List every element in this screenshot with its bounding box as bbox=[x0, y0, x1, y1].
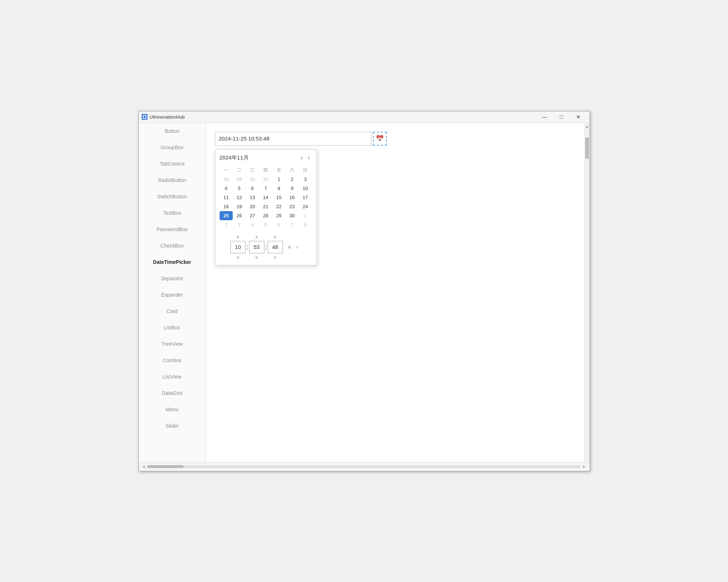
hour-up-button[interactable]: ∧ bbox=[234, 234, 242, 240]
calendar-svg-icon: 26 MAY bbox=[376, 134, 384, 142]
weekday-fri: 五 bbox=[272, 166, 286, 175]
close-button[interactable]: ✕ bbox=[570, 111, 587, 123]
sidebar-item-card[interactable]: Card bbox=[139, 303, 206, 320]
second-field[interactable] bbox=[268, 241, 283, 253]
sidebar-item-checkbox[interactable]: CheckBox bbox=[139, 238, 206, 254]
calendar-day[interactable]: 24 bbox=[299, 202, 312, 211]
datetime-text-field[interactable] bbox=[215, 132, 371, 146]
calendar-day[interactable]: 17 bbox=[299, 193, 312, 202]
calendar-day[interactable]: 4 bbox=[246, 220, 259, 229]
bottom-scrollbar[interactable] bbox=[147, 465, 581, 468]
sidebar-item-datetimepicker[interactable]: DateTimePicker bbox=[139, 254, 206, 270]
sidebar-item-passwordbox[interactable]: PasswordBox bbox=[139, 221, 206, 238]
second-down-button[interactable]: ∨ bbox=[271, 254, 279, 261]
sidebar-item-listview[interactable]: ListView bbox=[139, 369, 206, 385]
sidebar-item-listbox[interactable]: ListBox bbox=[139, 320, 206, 336]
calendar-day[interactable]: 29 bbox=[272, 211, 286, 220]
titlebar-controls: — □ ✕ bbox=[536, 111, 587, 123]
calendar-day[interactable]: 2 bbox=[286, 175, 299, 184]
sidebar-item-switchbutton[interactable]: SwitchButton bbox=[139, 189, 206, 205]
calendar-day[interactable]: 29 bbox=[233, 175, 246, 184]
sidebar-item-treeview[interactable]: TreeView bbox=[139, 336, 206, 352]
calendar-week-1: 28 29 30 31 1 2 3 bbox=[220, 175, 312, 184]
sidebar-item-textbox[interactable]: TextBox bbox=[139, 205, 206, 221]
calendar-day[interactable]: 28 bbox=[259, 211, 272, 220]
calendar-day[interactable]: 1 bbox=[272, 175, 286, 184]
sidebar-item-radiobutton[interactable]: RadioButton bbox=[139, 172, 206, 189]
calendar-weekdays-header: 一 二 三 四 五 六 日 bbox=[220, 166, 312, 175]
calendar-day[interactable]: 8 bbox=[272, 184, 286, 193]
calendar-day[interactable]: 15 bbox=[272, 193, 286, 202]
sidebar-item-button[interactable]: Button bbox=[139, 123, 206, 139]
hour-column: ∧ ∨ bbox=[230, 234, 245, 261]
calendar-week-6: 2 3 4 5 6 7 8 bbox=[220, 220, 312, 229]
time-clear-button[interactable]: ✕ bbox=[286, 244, 293, 251]
time-confirm-button[interactable]: ✓ bbox=[294, 244, 301, 251]
minimize-button[interactable]: — bbox=[536, 111, 553, 123]
calendar-day[interactable]: 30 bbox=[246, 175, 259, 184]
calendar-day[interactable]: 22 bbox=[272, 202, 286, 211]
minute-field[interactable] bbox=[249, 241, 264, 253]
calendar-day[interactable]: 4 bbox=[220, 184, 233, 193]
calendar-next-button[interactable]: › bbox=[306, 154, 312, 162]
calendar-icon-button[interactable]: 26 MAY bbox=[373, 132, 387, 146]
calendar-day[interactable]: 6 bbox=[272, 220, 286, 229]
calendar-day[interactable]: 26 bbox=[233, 211, 246, 220]
calendar-day[interactable]: 11 bbox=[220, 193, 233, 202]
hour-field[interactable] bbox=[230, 241, 245, 253]
calendar-header: 2024年11月 ‹ › bbox=[220, 154, 312, 162]
calendar-day[interactable]: 18 bbox=[220, 202, 233, 211]
calendar-day[interactable]: 9 bbox=[286, 184, 299, 193]
calendar-day[interactable]: 21 bbox=[259, 202, 272, 211]
sidebar-item-menu[interactable]: Menu bbox=[139, 401, 206, 418]
calendar-day[interactable]: 6 bbox=[246, 184, 259, 193]
minute-up-button[interactable]: ∧ bbox=[253, 234, 260, 240]
calendar-day[interactable]: 16 bbox=[286, 193, 299, 202]
sidebar-item-slider[interactable]: Slider bbox=[139, 418, 206, 434]
calendar-day[interactable]: 30 bbox=[286, 211, 299, 220]
content-area: 26 MAY 2024年11月 ‹ › bbox=[206, 123, 585, 462]
sidebar-item-combox[interactable]: Combox bbox=[139, 352, 206, 369]
calendar-day[interactable]: 7 bbox=[259, 184, 272, 193]
calendar-day[interactable]: 13 bbox=[246, 193, 259, 202]
sidebar-item-separator[interactable]: Separator bbox=[139, 270, 206, 287]
calendar-day[interactable]: 28 bbox=[220, 175, 233, 184]
calendar-day[interactable]: 5 bbox=[233, 184, 246, 193]
calendar-day[interactable]: 31 bbox=[259, 175, 272, 184]
app-icon bbox=[142, 114, 147, 120]
sidebar-item-datagrid[interactable]: DataGrid bbox=[139, 385, 206, 401]
calendar-day[interactable]: 8 bbox=[299, 220, 312, 229]
calendar-day-selected[interactable]: 25 bbox=[220, 211, 233, 220]
calendar-day[interactable]: 1 bbox=[299, 211, 312, 220]
minute-down-button[interactable]: ∨ bbox=[253, 254, 260, 261]
weekday-tue: 二 bbox=[233, 166, 246, 175]
calendar-day[interactable]: 3 bbox=[233, 220, 246, 229]
hour-down-button[interactable]: ∨ bbox=[234, 254, 242, 261]
calendar-day[interactable]: 20 bbox=[246, 202, 259, 211]
sidebar-item-expander[interactable]: Expander bbox=[139, 287, 206, 303]
weekday-mon: 一 bbox=[220, 166, 233, 175]
calendar-day[interactable]: 27 bbox=[246, 211, 259, 220]
sidebar-item-groupbox[interactable]: GroupBox bbox=[139, 139, 206, 156]
calendar-day[interactable]: 7 bbox=[286, 220, 299, 229]
calendar-day[interactable]: 12 bbox=[233, 193, 246, 202]
calendar-day[interactable]: 23 bbox=[286, 202, 299, 211]
scroll-left-arrow[interactable]: ◄ bbox=[142, 464, 146, 469]
calendar-icon: 26 MAY bbox=[376, 134, 384, 143]
maximize-button[interactable]: □ bbox=[553, 111, 570, 123]
scroll-thumb[interactable] bbox=[585, 137, 589, 159]
calendar-prev-button[interactable]: ‹ bbox=[299, 154, 305, 162]
calendar-day[interactable]: 14 bbox=[259, 193, 272, 202]
bottom-scroll-handle[interactable] bbox=[147, 465, 184, 468]
calendar-day[interactable]: 3 bbox=[299, 175, 312, 184]
second-up-button[interactable]: ∧ bbox=[271, 234, 279, 240]
calendar-day[interactable]: 2 bbox=[220, 220, 233, 229]
calendar-day[interactable]: 10 bbox=[299, 184, 312, 193]
scroll-up-arrow[interactable]: ▲ bbox=[584, 123, 589, 130]
scroll-right-arrow[interactable]: ► bbox=[582, 464, 587, 469]
weekday-thu: 四 bbox=[259, 166, 272, 175]
calendar-week-3: 11 12 13 14 15 16 17 bbox=[220, 193, 312, 202]
calendar-day[interactable]: 19 bbox=[233, 202, 246, 211]
sidebar-item-tabcontrol[interactable]: TabControl bbox=[139, 156, 206, 172]
calendar-day[interactable]: 5 bbox=[259, 220, 272, 229]
